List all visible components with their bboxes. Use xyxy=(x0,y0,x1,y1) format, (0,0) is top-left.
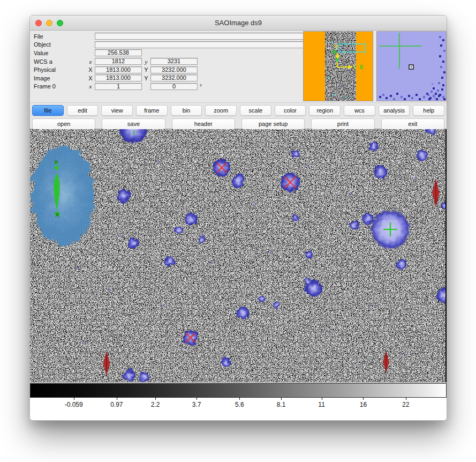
menu-file[interactable]: file xyxy=(32,105,64,116)
magnifier-panel[interactable] xyxy=(376,31,447,101)
colorbar-tick-label: 11 xyxy=(318,401,324,408)
colorbar-section: -0.059 0.97 2.2 3.7 5.6 8.1 11 16 22 xyxy=(30,383,447,421)
sky-image xyxy=(30,129,445,382)
titlebar[interactable]: SAOImage ds9 xyxy=(30,16,447,31)
image-x-field[interactable]: 1813.000 xyxy=(95,74,142,81)
wcs-x-field[interactable]: 1812 xyxy=(95,58,142,65)
image-x-label: X xyxy=(86,75,95,81)
image-label: Image xyxy=(34,75,86,81)
info-panel: File Object Value 256.538 WCS a x xyxy=(30,31,447,102)
wcs-label: WCS a xyxy=(34,58,86,65)
menu-edit[interactable]: edit xyxy=(67,105,99,116)
header-button[interactable]: header xyxy=(172,118,235,130)
close-button[interactable] xyxy=(35,20,42,26)
colorbar-tick-label: 3.7 xyxy=(192,401,201,408)
value-row: Value 256.538 xyxy=(30,49,303,57)
menu-frame[interactable]: frame xyxy=(136,105,168,116)
menu-region[interactable]: region xyxy=(309,105,341,116)
frame-label: Frame 0 xyxy=(34,83,86,90)
degree-symbol: ° xyxy=(198,84,206,90)
menu-wcs[interactable]: wcs xyxy=(344,105,375,116)
menu-analysis[interactable]: analysis xyxy=(379,105,410,116)
frame-zoom-label: x xyxy=(86,83,95,90)
physical-row: Physical X 1813.000 Y 3232.000 xyxy=(30,65,303,74)
magnifier-pixel-cursor xyxy=(409,65,413,69)
menu-zoom[interactable]: zoom xyxy=(205,105,237,116)
panner-north-label: N xyxy=(332,49,336,55)
physical-y-label: Y xyxy=(142,66,150,73)
physical-label: Physical xyxy=(34,66,86,73)
panner-panel[interactable]: Y N E X xyxy=(303,31,373,101)
value-label: Value xyxy=(34,50,86,56)
frame-rotation-field[interactable]: 0 xyxy=(150,83,198,90)
panner-image-strip xyxy=(325,32,356,101)
image-y-field[interactable]: 3232.000 xyxy=(150,74,198,81)
colorbar-scale: -0.059 0.97 2.2 3.7 5.6 8.1 11 16 22 xyxy=(30,398,447,414)
coordinate-readout: File Object Value 256.538 WCS a x xyxy=(30,32,303,91)
value-field[interactable]: 256.538 xyxy=(95,49,142,56)
saturated-star-halo xyxy=(31,144,95,247)
main-menu-row: file edit view frame bin zoom scale colo… xyxy=(31,105,445,116)
file-label: File xyxy=(34,33,86,40)
colorbar-tick-label: 5.6 xyxy=(235,401,244,408)
wcs-y-label: y xyxy=(142,58,150,65)
menu-bar: file edit view frame bin zoom scale colo… xyxy=(30,102,447,129)
panner-x-axis-label: X xyxy=(359,64,364,70)
colorbar[interactable] xyxy=(30,383,447,398)
window-title: SAOImage ds9 xyxy=(30,16,447,30)
image-canvas[interactable] xyxy=(30,129,447,383)
menu-color[interactable]: color xyxy=(275,105,306,116)
object-label: Object xyxy=(34,41,86,48)
menu-view[interactable]: view xyxy=(101,105,133,116)
magnifier-canvas xyxy=(377,32,446,101)
frame-zoom-field[interactable]: 1 xyxy=(95,83,142,90)
colorbar-tick-label: -0.059 xyxy=(65,401,83,408)
colorbar-tick-label: 16 xyxy=(360,401,367,408)
colorbar-tick-label: 22 xyxy=(402,401,409,408)
open-button[interactable]: open xyxy=(32,118,95,130)
physical-x-field[interactable]: 1813.000 xyxy=(95,66,142,73)
physical-y-field[interactable]: 3232.000 xyxy=(150,66,198,73)
object-row: Object xyxy=(30,41,303,49)
colorbar-tick-label: 0.97 xyxy=(110,401,123,408)
wcs-x-label: x xyxy=(86,58,95,65)
colorbar-tick-label: 2.2 xyxy=(151,401,160,408)
wcs-row: WCS a x 1812 y 3231 xyxy=(30,57,303,66)
ds9-window: SAOImage ds9 File Object Value 256.538 xyxy=(29,15,447,421)
menu-bin[interactable]: bin xyxy=(171,105,202,116)
wcs-y-field[interactable]: 3231 xyxy=(150,58,198,65)
file-field[interactable] xyxy=(95,33,307,40)
print-button[interactable]: print xyxy=(311,118,374,130)
maximize-button[interactable] xyxy=(57,20,63,26)
physical-x-label: X xyxy=(86,66,95,73)
frame-row: Frame 0 x 1 0 ° xyxy=(30,83,303,91)
desktop-background: SAOImage ds9 File Object Value 256.538 xyxy=(0,0,476,462)
traffic-lights xyxy=(35,20,63,26)
image-y-label: Y xyxy=(142,75,150,81)
menu-scale[interactable]: scale xyxy=(240,105,271,116)
panner-east-label: E xyxy=(353,64,357,70)
minimize-button[interactable] xyxy=(46,20,52,26)
save-button[interactable]: save xyxy=(102,118,165,130)
panner-canvas: Y N E X xyxy=(304,32,373,101)
exit-button[interactable]: exit xyxy=(381,118,444,130)
file-row: File xyxy=(30,32,303,41)
colorbar-tick-label: 8.1 xyxy=(277,401,286,408)
object-field[interactable] xyxy=(95,41,307,48)
image-row: Image X 1813.000 Y 3232.000 xyxy=(30,74,303,83)
menu-help[interactable]: help xyxy=(413,105,444,116)
page-setup-button[interactable]: page setup xyxy=(241,118,305,130)
